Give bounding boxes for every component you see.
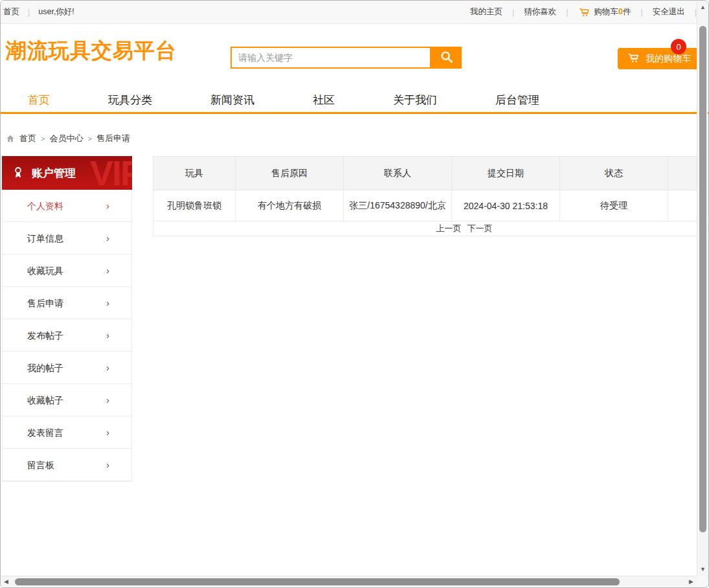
- sidebar-item-label: 发表留言: [27, 427, 63, 438]
- breadcrumb-member-center[interactable]: 会员中心: [49, 133, 83, 144]
- cart-icon: [627, 52, 640, 65]
- cell-toy: 孔明锁鲁班锁: [153, 190, 236, 221]
- browser-window: 首页 | user,你好! 我的主页 | 猜你喜欢 | 购物车0件 | 安全退出…: [0, 0, 709, 588]
- breadcrumb-current: 售后申请: [96, 133, 130, 144]
- sidebar-item-label: 售后申请: [27, 298, 63, 308]
- sidebar-item-label: 个人资料: [27, 201, 63, 211]
- main-nav: 首页 玩具分类 新闻资讯 社区 关于我们 后台管理: [1, 87, 709, 114]
- sidebar-item-label: 我的帖子: [27, 363, 63, 373]
- sidebar-item-label: 收藏帖子: [27, 395, 63, 405]
- chevron-right-icon: ›: [106, 222, 109, 254]
- chevron-right-icon: ›: [106, 319, 109, 352]
- topbar-cart-link[interactable]: 购物车0件: [578, 6, 631, 17]
- sidebar-item-publish-post[interactable]: 发布帖子 ›: [3, 319, 131, 352]
- vertical-scrollbar[interactable]: ▲ ▼: [697, 1, 708, 577]
- divider: |: [641, 8, 643, 17]
- prev-page-link[interactable]: 上一页: [436, 223, 462, 234]
- divider: |: [512, 8, 514, 17]
- my-cart-button-label: 我的购物车: [646, 53, 691, 65]
- chevron-right-icon: ›: [106, 254, 109, 287]
- sidebar-item-message-board[interactable]: 留言板 ›: [3, 449, 131, 481]
- cell-date: 2024-04-30 21:53:18: [452, 190, 560, 221]
- divider: |: [28, 8, 30, 17]
- sidebar-item-label: 订单信息: [27, 233, 63, 243]
- nav-item-community[interactable]: 社区: [313, 93, 335, 107]
- cart-text: 购物车0件: [594, 6, 631, 17]
- sidebar-item-after-sales[interactable]: 售后申请 ›: [3, 287, 131, 319]
- after-sales-table: 玩具 售后原因 联系人 提交日期 状态 孔明锁鲁班锁 有个地方有破损 张三/16…: [153, 156, 709, 236]
- sidebar-item-label: 留言板: [27, 460, 54, 470]
- user-greeting: user,你好!: [38, 6, 74, 17]
- nav-item-news[interactable]: 新闻资讯: [210, 93, 254, 107]
- cell-status: 待受理: [560, 190, 668, 221]
- chevron-right-icon: ›: [106, 416, 109, 449]
- scroll-down-arrow-icon[interactable]: ▼: [697, 567, 708, 572]
- nav-item-admin[interactable]: 后台管理: [495, 93, 539, 107]
- medal-icon: [12, 166, 24, 180]
- nav-item-about-us[interactable]: 关于我们: [393, 93, 437, 107]
- column-header-toy: 玩具: [153, 157, 236, 190]
- table-row: 孔明锁鲁班锁 有个地方有破损 张三/16754328890/北京 2024-04…: [153, 190, 709, 221]
- sidebar-header: VIP 账户管理: [2, 156, 132, 190]
- chevron-right-icon: ›: [106, 352, 109, 384]
- vip-watermark: VIP: [90, 156, 132, 190]
- guess-you-like-link[interactable]: 猜你喜欢: [524, 6, 556, 17]
- column-header-reason: 售后原因: [236, 157, 344, 190]
- sidebar-item-label: 发布帖子: [27, 330, 63, 341]
- chevron-right-icon: ›: [106, 287, 109, 319]
- search-box: [231, 47, 462, 69]
- search-input[interactable]: [231, 47, 431, 69]
- pagination: 上一页 下一页: [153, 221, 709, 236]
- my-homepage-link[interactable]: 我的主页: [470, 6, 502, 17]
- site-logo[interactable]: 潮流玩具交易平台: [6, 37, 177, 65]
- sidebar-item-profile[interactable]: 个人资料 ›: [3, 190, 131, 222]
- scroll-right-arrow-icon[interactable]: ▶: [689, 579, 693, 585]
- sidebar-menu: 个人资料 › 订单信息 › 收藏玩具 › 售后申请 › 发布帖子 ›: [2, 190, 132, 482]
- page-content: 首页 | user,你好! 我的主页 | 猜你喜欢 | 购物车0件 | 安全退出…: [1, 1, 709, 577]
- cell-contact: 张三/16754328890/北京: [344, 190, 452, 221]
- sidebar-title: 账户管理: [32, 166, 76, 181]
- sidebar-item-favorite-posts[interactable]: 收藏帖子 ›: [3, 384, 131, 416]
- cell-reason: 有个地方有破损: [236, 190, 344, 221]
- scroll-left-arrow-icon[interactable]: ◀: [4, 579, 8, 585]
- my-cart-button[interactable]: 我的购物车: [618, 48, 700, 69]
- logout-link[interactable]: 安全退出: [653, 6, 685, 17]
- topbar-home-link[interactable]: 首页: [3, 6, 19, 17]
- cart-count-badge: 0: [671, 39, 686, 54]
- top-bar: 首页 | user,你好! 我的主页 | 猜你喜欢 | 购物车0件 | 安全退出…: [1, 1, 709, 24]
- table-header-row: 玩具 售后原因 联系人 提交日期 状态: [153, 157, 709, 190]
- cart-count: 0: [618, 7, 623, 16]
- cart-icon: [578, 7, 591, 17]
- scroll-up-arrow-icon[interactable]: ▲: [697, 5, 708, 10]
- home-icon: [6, 134, 15, 143]
- chevron-right-icon: ›: [106, 449, 109, 481]
- vertical-scrollbar-thumb[interactable]: [699, 26, 706, 532]
- breadcrumb-separator-icon: >: [87, 135, 91, 142]
- nav-item-toy-categories[interactable]: 玩具分类: [108, 93, 152, 107]
- column-header-contact: 联系人: [344, 157, 452, 190]
- breadcrumb-separator-icon: >: [41, 135, 45, 142]
- chevron-right-icon: ›: [106, 190, 109, 222]
- nav-item-home[interactable]: 首页: [28, 93, 50, 107]
- top-bar-left: 首页 | user,你好!: [3, 1, 74, 23]
- chevron-right-icon: ›: [106, 384, 109, 416]
- divider: |: [566, 8, 568, 17]
- column-header-date: 提交日期: [452, 157, 560, 190]
- breadcrumb: 首页 > 会员中心 > 售后申请: [6, 133, 130, 144]
- horizontal-scrollbar-thumb[interactable]: [15, 578, 620, 585]
- sidebar-item-orders[interactable]: 订单信息 ›: [3, 222, 131, 254]
- sidebar-item-favorite-toys[interactable]: 收藏玩具 ›: [3, 254, 131, 287]
- sidebar-item-label: 收藏玩具: [27, 266, 63, 276]
- next-page-link[interactable]: 下一页: [467, 223, 493, 234]
- search-icon: [440, 50, 454, 66]
- top-bar-right: 我的主页 | 猜你喜欢 | 购物车0件 | 安全退出 |: [470, 1, 697, 23]
- horizontal-scrollbar[interactable]: ◀ ▶: [1, 576, 698, 587]
- account-sidebar: VIP 账户管理 个人资料 › 订单信息 › 收藏玩具 ›: [2, 156, 132, 482]
- sidebar-item-my-posts[interactable]: 我的帖子 ›: [3, 352, 131, 384]
- scrollbar-corner: [697, 576, 708, 587]
- search-button[interactable]: [431, 47, 462, 69]
- sidebar-item-leave-message[interactable]: 发表留言 ›: [3, 416, 131, 449]
- breadcrumb-home[interactable]: 首页: [19, 133, 36, 144]
- column-header-status: 状态: [560, 157, 668, 190]
